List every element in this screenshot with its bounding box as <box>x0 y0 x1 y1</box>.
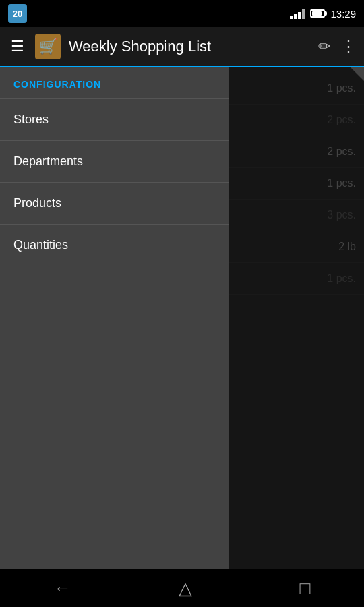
edit-icon[interactable]: ✏ <box>318 38 330 55</box>
status-bar-right: 13:29 <box>290 8 356 20</box>
status-bar-left: 20 <box>8 4 27 23</box>
drawer-item-products[interactable]: Products <box>0 183 229 225</box>
home-button[interactable]: △ <box>165 573 206 604</box>
cart-icon: 🛒 <box>35 34 61 59</box>
calendar-icon: 20 <box>8 4 27 23</box>
status-bar: 20 13:29 <box>0 0 364 27</box>
drawer-item-stores[interactable]: Stores <box>0 99 229 141</box>
app-bar-actions: ✏ ⋮ <box>318 38 356 55</box>
hamburger-button[interactable]: ☰ <box>8 35 27 58</box>
configuration-section-title: CONFIGURATION <box>13 79 101 90</box>
drawer-item-departments[interactable]: Departments <box>0 141 229 183</box>
nav-bar: ← △ □ <box>0 569 364 607</box>
drawer-menu: CONFIGURATION Stores Departments Product… <box>0 67 229 569</box>
back-button[interactable]: ← <box>40 573 85 604</box>
battery-icon <box>310 9 325 18</box>
status-time: 13:29 <box>330 8 356 20</box>
drawer-section-header: CONFIGURATION <box>0 67 229 99</box>
drawer-item-quantities[interactable]: Quantities <box>0 225 229 266</box>
drawer-overlay[interactable] <box>229 67 364 569</box>
app-title: Weekly Shopping List <box>69 38 310 55</box>
recent-apps-button[interactable]: □ <box>286 573 324 604</box>
main-content: 1 pcs. 2 pcs. 2 pcs. 1 pcs. 3 pcs. 2 lb … <box>0 67 364 569</box>
signal-icon <box>290 8 305 19</box>
more-options-icon[interactable]: ⋮ <box>341 38 356 55</box>
app-bar: ☰ 🛒 Weekly Shopping List ✏ ⋮ <box>0 27 364 67</box>
